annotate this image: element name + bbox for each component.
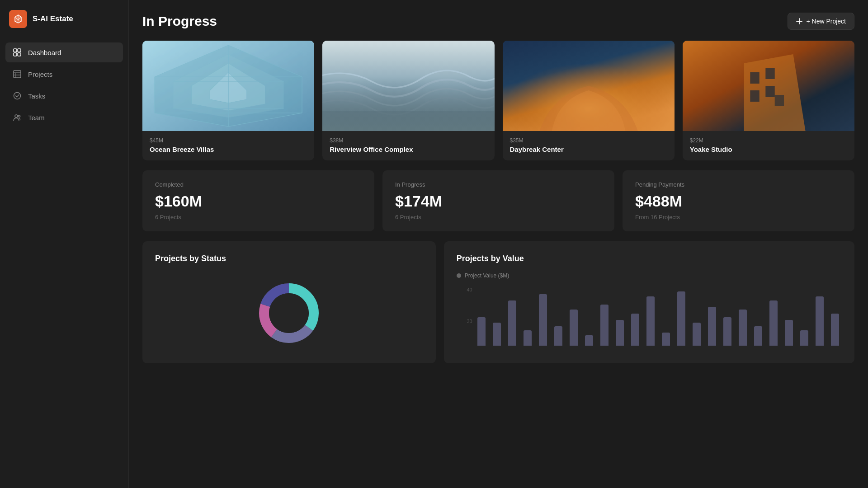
bar-group [644,296,657,346]
svg-point-44 [269,293,309,333]
chart-legend: Project Value ($M) [457,272,842,279]
bar [585,335,593,346]
svg-rect-4 [14,70,21,78]
svg-rect-35 [765,68,774,79]
project-card-4-price: $22M [690,137,847,144]
svg-rect-2 [14,53,17,56]
sidebar-item-team[interactable]: Team [5,108,123,127]
project-card-1[interactable]: $45M Ocean Breeze Villas [142,41,314,160]
bar [677,291,685,346]
bar [508,300,516,346]
project-card-1-info: $45M Ocean Breeze Villas [142,131,314,160]
stat-progress-sub: 6 Projects [395,214,602,221]
bar-group [721,317,734,346]
bar-chart [457,287,842,346]
bar-group [598,305,611,346]
svg-point-10 [18,115,20,117]
project-card-3-price: $35M [510,137,667,144]
bar-group [521,330,534,346]
project-card-3-image [503,41,675,131]
page-header: In Progress + New Project [142,13,854,30]
bar-group [690,323,703,346]
bar [708,307,716,346]
logo-icon [9,10,27,28]
bar-group [505,300,519,346]
bar-group [813,296,826,346]
project-card-2-info: $38M Riverview Office Complex [322,131,494,160]
project-card-2[interactable]: $38M Riverview Office Complex [322,41,494,160]
bar [800,330,808,346]
project-card-3[interactable]: $35M Daybreak Center [503,41,675,160]
bar [754,326,762,346]
project-card-1-name: Ocean Breeze Villas [150,145,307,153]
svg-rect-1 [18,49,21,52]
project-cards-grid: $45M Ocean Breeze Villas [142,41,854,160]
sidebar-item-tasks[interactable]: Tasks [5,86,123,106]
stat-completed-value: $160M [155,192,362,210]
sidebar-item-team-label: Team [28,114,45,122]
new-project-label: + New Project [806,18,846,25]
bar [693,323,701,346]
bar [554,326,562,346]
bar-group [675,291,688,346]
stat-progress-label: In Progress [395,181,602,188]
bar [493,323,501,346]
page-title: In Progress [142,14,217,29]
sidebar-item-projects[interactable]: Projects [5,64,123,84]
project-card-4[interactable]: $22M Yoake Studio [683,41,854,160]
stat-completed-label: Completed [155,181,362,188]
bar [739,310,747,346]
chart-status: Projects by Status [142,241,436,363]
chart-value-title: Projects by Value [457,254,842,263]
bar-group [613,320,627,346]
bar-group [828,314,842,346]
project-card-2-name: Riverview Office Complex [330,145,487,153]
bar [785,320,793,346]
bar-group [567,310,580,346]
bar-group [797,330,811,346]
legend-label: Project Value ($M) [465,272,509,279]
bar-group [705,307,719,346]
bar-group [659,333,673,346]
stat-pending-label: Pending Payments [635,181,842,188]
bar-group [490,323,504,346]
charts-row: Projects by Status [142,241,854,363]
svg-rect-28 [322,111,494,131]
bar-group [536,294,550,346]
bar [570,310,578,346]
bar-group [582,335,596,346]
stats-row: Completed $160M 6 Projects In Progress $… [142,170,854,231]
users-icon [13,113,22,122]
app-name: S-AI Estate [33,14,73,23]
project-card-4-image [683,41,854,131]
new-project-button[interactable]: + New Project [788,13,854,30]
svg-point-8 [14,93,21,99]
check-circle-icon [13,91,22,100]
bar-group [782,320,796,346]
bar-group [475,317,488,346]
stat-card-pending: Pending Payments $488M From 16 Projects [623,170,854,231]
bar [831,314,839,346]
project-card-4-name: Yoake Studio [690,145,847,153]
stat-pending-value: $488M [635,192,842,210]
bar [646,296,655,346]
donut-chart [253,277,325,349]
y-axis: 40 30 [457,287,472,350]
bar-chart-wrapper: 40 30 [457,287,842,350]
legend-dot [457,273,461,278]
sidebar-item-dashboard[interactable]: Dashboard [5,42,123,62]
chart-value: Projects by Value Project Value ($M) 40 … [444,241,854,363]
svg-rect-0 [14,49,17,52]
bar-group [751,326,765,346]
sidebar-item-projects-label: Projects [28,70,52,78]
table-icon [13,70,22,79]
y-label-30: 30 [457,319,472,324]
project-card-2-price: $38M [330,137,487,144]
app-logo: S-AI Estate [0,0,128,38]
bar-group [628,314,642,346]
plus-icon [796,18,802,24]
svg-rect-38 [774,95,783,106]
sidebar-item-tasks-label: Tasks [28,92,45,100]
sidebar: S-AI Estate Dashboard [0,0,129,488]
bar [662,333,670,346]
